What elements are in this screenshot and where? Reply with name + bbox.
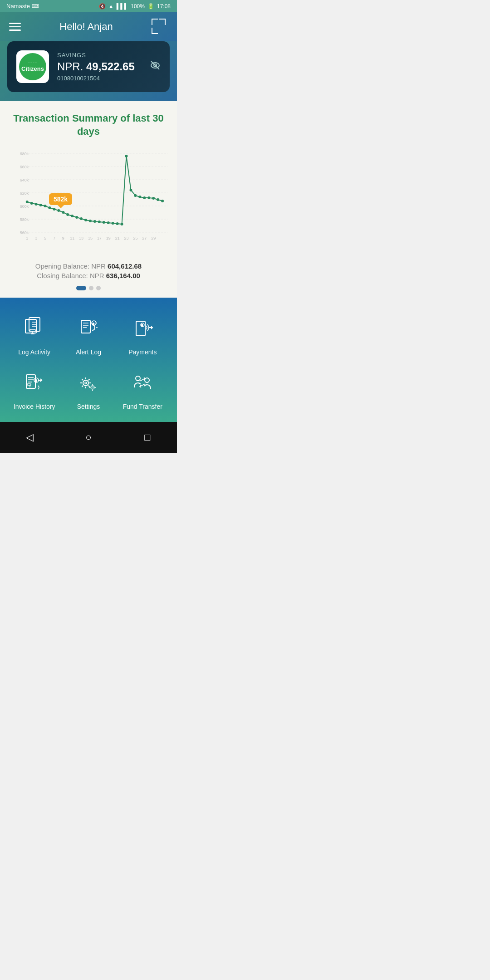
chart-section: Transaction Summary of last 30 days .gri… [0,101,177,298]
chart-container: .grid-line { stroke: #ddd; stroke-width:… [7,147,170,256]
svg-point-42 [143,196,146,199]
signal-icon: ▌▌▌ [117,3,128,10]
dot-2 [89,286,93,290]
svg-point-32 [98,220,101,223]
fund-transfer-button[interactable]: Fund Transfer [116,365,170,415]
svg-point-29 [84,219,87,221]
svg-point-39 [129,189,132,191]
account-section: ~~~~ Citizens SAVINGS NPR. 49,522.65 010… [0,41,177,101]
hamburger-menu-button[interactable] [9,23,21,31]
svg-point-40 [134,194,137,197]
svg-text:660k: 660k [20,165,29,169]
chart-line [27,156,162,224]
usb-icon: ⌨ [32,3,39,9]
svg-point-41 [138,196,141,198]
dot-3 [96,286,101,290]
svg-point-93 [91,386,94,389]
svg-text:15: 15 [88,236,93,240]
svg-point-44 [152,197,155,200]
log-activity-icon [20,315,49,344]
account-info: SAVINGS NPR. 49,522.65 0108010021504 [57,52,161,82]
bank-name-text: Citizens [21,65,44,73]
svg-point-91 [83,380,88,386]
fund-transfer-label: Fund Transfer [123,403,162,410]
fund-transfer-icon [128,369,157,398]
chart-tooltip: 582k [49,193,72,205]
svg-point-20 [44,205,47,207]
invoice-history-icon: $ [20,369,49,398]
balance-value: 49,522.65 [86,60,135,73]
time-text: 17:08 [157,3,171,10]
log-activity-button[interactable]: Log Activity [7,310,61,360]
alert-log-icon: $ [74,315,103,344]
qr-scan-button[interactable] [152,19,168,35]
account-card[interactable]: ~~~~ Citizens SAVINGS NPR. 49,522.65 010… [7,41,170,92]
svg-text:7: 7 [53,236,55,240]
svg-point-31 [93,220,96,223]
chart-page-dots [7,286,170,290]
svg-text:5: 5 [44,236,46,240]
svg-text:11: 11 [70,236,74,240]
svg-text:1: 1 [26,236,28,240]
battery-icon: 🔋 [147,3,154,10]
svg-rect-67 [30,329,35,331]
actions-grid: Log Activity $ Alert Log [7,310,170,415]
svg-point-46 [161,200,164,202]
svg-point-94 [92,387,93,388]
svg-point-22 [53,208,55,211]
toggle-balance-button[interactable] [150,60,161,74]
settings-button[interactable]: Settings [61,365,115,415]
qr-corner-tl [152,19,158,25]
svg-text:29: 29 [151,236,156,240]
chart-point [26,201,29,203]
svg-point-95 [136,376,140,381]
svg-point-37 [121,223,123,225]
payments-button[interactable]: $ Payments [116,310,170,360]
settings-label: Settings [77,403,100,410]
closing-balance-label: Closing Balance: NPR [37,272,104,279]
svg-point-43 [147,196,150,199]
svg-point-27 [75,216,78,219]
account-type-label: SAVINGS [57,52,161,59]
svg-text:$: $ [35,379,37,382]
closing-balance-value: 636,164.00 [106,272,140,279]
actions-section: Log Activity $ Alert Log [0,298,177,422]
mute-icon: 🔇 [99,3,106,10]
svg-point-36 [116,222,119,225]
currency-label: NPR. [57,60,83,73]
svg-point-24 [62,211,64,214]
svg-text:560k: 560k [20,230,29,235]
carrier-text: Namaste [6,3,30,10]
payments-icon: $ [128,315,157,344]
bottom-navigation: ◁ ○ □ [0,422,177,453]
balance-info: Opening Balance: NPR 604,612.68 Closing … [7,262,170,279]
chart-svg: .grid-line { stroke: #ddd; stroke-width:… [7,147,170,256]
app-header: Hello! Anjan [0,12,177,41]
closing-balance-row: Closing Balance: NPR 636,164.00 [7,272,170,279]
invoice-history-button[interactable]: $ Invoice History [7,365,61,415]
svg-text:17: 17 [97,236,102,240]
chart-title: Transaction Summary of last 30 days [7,112,170,138]
svg-point-25 [66,213,69,216]
nav-recent-button[interactable]: □ [137,427,157,447]
opening-balance-value: 604,612.68 [108,262,142,270]
svg-point-19 [39,204,42,206]
svg-text:27: 27 [142,236,147,240]
svg-point-21 [48,206,51,209]
svg-text:3: 3 [35,236,37,240]
header-title: Hello! Anjan [59,21,113,33]
svg-point-30 [89,220,92,222]
svg-point-23 [57,209,60,212]
svg-rect-70 [81,320,90,333]
svg-text:640k: 640k [20,178,29,182]
nav-home-button[interactable]: ○ [78,427,98,447]
svg-point-34 [107,221,110,224]
svg-point-28 [80,217,83,220]
alert-log-button[interactable]: $ Alert Log [61,310,115,360]
dot-1 [76,286,86,290]
nav-back-button[interactable]: ◁ [20,427,39,447]
battery-text: 100% [131,3,145,10]
svg-text:620k: 620k [20,191,29,196]
svg-point-45 [157,198,159,201]
svg-text:600k: 600k [20,204,29,209]
